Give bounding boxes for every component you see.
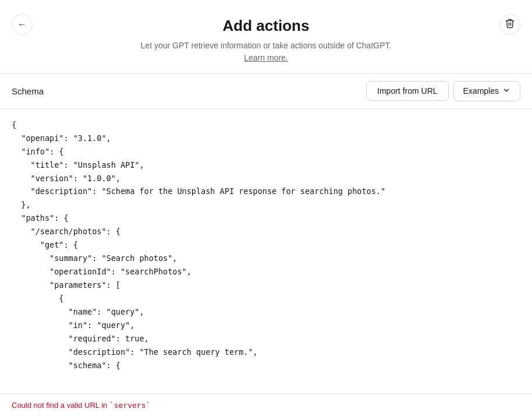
page-container: ← Add actions Let your GPT retrieve info… <box>0 0 532 416</box>
examples-button[interactable]: Examples <box>453 81 520 101</box>
header-center: Add actions Let your GPT retrieve inform… <box>141 16 392 64</box>
header: ← Add actions Let your GPT retrieve info… <box>0 0 532 73</box>
import-url-button[interactable]: Import from URL <box>366 81 448 101</box>
code-editor[interactable]: { "openapi": "3.1.0", "info": { "title":… <box>0 108 532 393</box>
schema-section: Schema Import from URL Examples { "opena… <box>0 73 532 416</box>
delete-icon <box>505 18 515 31</box>
back-button[interactable]: ← <box>12 14 33 35</box>
learn-more-link[interactable]: Learn more. <box>244 53 288 62</box>
examples-label: Examples <box>463 86 499 96</box>
back-icon: ← <box>17 19 27 30</box>
chevron-down-icon <box>502 86 510 96</box>
page-title: Add actions <box>141 16 392 36</box>
code-content: { "openapi": "3.1.0", "info": { "title":… <box>12 118 520 372</box>
schema-label: Schema <box>12 86 44 96</box>
error-code: `servers` <box>109 401 150 410</box>
error-text: Could not find a valid URL in `servers` <box>12 401 150 410</box>
schema-toolbar: Schema Import from URL Examples <box>0 73 532 108</box>
subtitle-text: Let your GPT retrieve information or tak… <box>141 41 392 50</box>
error-bar: Could not find a valid URL in `servers` <box>0 393 532 416</box>
page-subtitle: Let your GPT retrieve information or tak… <box>141 40 392 64</box>
delete-button[interactable] <box>499 14 520 35</box>
toolbar-right: Import from URL Examples <box>366 81 520 101</box>
